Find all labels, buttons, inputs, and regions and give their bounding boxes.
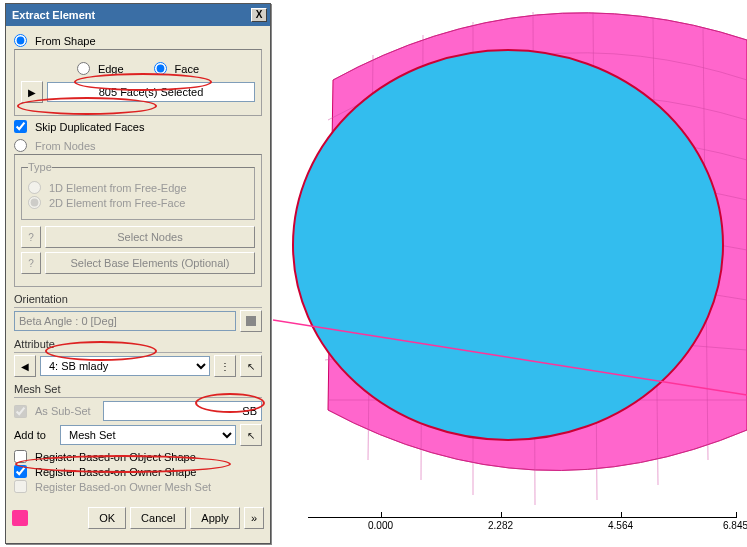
from-nodes-radio[interactable]: From Nodes — [14, 139, 262, 152]
tick-2: 4.564 — [608, 520, 633, 531]
ruler: 0.000 2.282 4.564 6.845 — [308, 517, 737, 537]
edge-label: Edge — [98, 63, 124, 75]
opt-1d-label: 1D Element from Free-Edge — [49, 182, 187, 194]
reg-mesh-input — [14, 480, 27, 493]
opt-2d-label: 2D Element from Free-Face — [49, 197, 185, 209]
meshset-name-field[interactable] — [103, 401, 262, 421]
from-nodes-radio-input[interactable] — [14, 139, 27, 152]
reg-object-input[interactable] — [14, 450, 27, 463]
model-render — [273, 0, 747, 520]
opt-1d-input — [28, 181, 41, 194]
edge-radio-input[interactable] — [77, 62, 90, 75]
as-subset-label: As Sub-Set — [35, 405, 91, 417]
orientation-button[interactable] — [240, 310, 262, 332]
edge-radio[interactable]: Edge — [77, 62, 124, 75]
opt-2d-radio: 2D Element from Free-Face — [28, 196, 248, 209]
more-button[interactable]: » — [244, 507, 264, 529]
add-to-label: Add to — [14, 429, 56, 441]
attribute-prev-button[interactable]: ◀ — [14, 355, 36, 377]
cursor-icon: ↖ — [247, 361, 255, 372]
help-icon: ? — [21, 226, 41, 248]
orientation-label: Orientation — [14, 293, 262, 308]
tick-0: 0.000 — [368, 520, 393, 531]
opt-1d-radio: 1D Element from Free-Edge — [28, 181, 248, 194]
select-base-button: Select Base Elements (Optional) — [45, 252, 255, 274]
attribute-label: Attribute — [14, 338, 262, 353]
extract-element-dialog: Extract Element X From Shape Edge Face — [5, 3, 271, 544]
skip-duplicated-input[interactable] — [14, 120, 27, 133]
ok-button[interactable]: OK — [88, 507, 126, 529]
reg-owner-input[interactable] — [14, 465, 27, 478]
square-icon — [246, 316, 256, 326]
add-to-pick-button[interactable]: ↖ — [240, 424, 262, 446]
add-to-combo[interactable]: Mesh Set — [60, 425, 236, 445]
as-subset-input — [14, 405, 27, 418]
from-shape-group: Edge Face ▶ — [14, 49, 262, 116]
titlebar[interactable]: Extract Element X — [6, 4, 270, 26]
opt-2d-input — [28, 196, 41, 209]
cancel-button[interactable]: Cancel — [130, 507, 186, 529]
attribute-pick-button[interactable]: ↖ — [240, 355, 262, 377]
skip-duplicated-label: Skip Duplicated Faces — [35, 121, 144, 133]
face-label: Face — [175, 63, 199, 75]
dots-icon: ⋮ — [220, 361, 230, 372]
orientation-field — [14, 311, 236, 331]
type-label: Type — [28, 161, 52, 173]
reg-mesh-label: Register Based-on Owner Mesh Set — [35, 481, 211, 493]
tick-3: 6.845 — [723, 520, 747, 531]
reg-object-label: Register Based-on Object Shape — [35, 451, 196, 463]
select-nodes-button: Select Nodes — [45, 226, 255, 248]
reg-owner-checkbox[interactable]: Register Based-on Owner Shape — [14, 465, 262, 478]
button-row: OK Cancel Apply » — [6, 501, 270, 535]
from-nodes-group: Type 1D Element from Free-Edge 2D Elemen… — [14, 154, 262, 287]
help-icon-2: ? — [21, 252, 41, 274]
reg-object-checkbox[interactable]: Register Based-on Object Shape — [14, 450, 262, 463]
selection-field[interactable] — [47, 82, 255, 102]
attribute-edit-button[interactable]: ⋮ — [214, 355, 236, 377]
skip-duplicated-checkbox[interactable]: Skip Duplicated Faces — [14, 120, 262, 133]
select-arrow-button[interactable]: ▶ — [21, 81, 43, 103]
face-radio[interactable]: Face — [154, 62, 199, 75]
reg-owner-label: Register Based-on Owner Shape — [35, 466, 196, 478]
reg-mesh-checkbox: Register Based-on Owner Mesh Set — [14, 480, 262, 493]
from-shape-radio[interactable]: From Shape — [14, 34, 262, 47]
face-radio-input[interactable] — [154, 62, 167, 75]
from-nodes-label: From Nodes — [35, 140, 96, 152]
tick-1: 2.282 — [488, 520, 513, 531]
cursor-icon-2: ↖ — [247, 430, 255, 441]
dialog-body: From Shape Edge Face ▶ S — [6, 26, 270, 501]
attribute-combo[interactable]: 4: SB mlady — [40, 356, 210, 376]
close-icon[interactable]: X — [251, 8, 267, 22]
as-subset-checkbox: As Sub-Set — [14, 405, 91, 418]
chevron-left-icon: ◀ — [21, 361, 29, 372]
apply-button[interactable]: Apply — [190, 507, 240, 529]
eraser-icon[interactable] — [12, 510, 28, 526]
type-group: Type 1D Element from Free-Edge 2D Elemen… — [21, 161, 255, 220]
arrow-right-icon: ▶ — [28, 87, 36, 98]
meshset-label: Mesh Set — [14, 383, 262, 398]
viewport-3d[interactable]: 0.000 2.282 4.564 6.845 — [273, 0, 747, 547]
dialog-title: Extract Element — [12, 9, 95, 21]
from-shape-radio-input[interactable] — [14, 34, 27, 47]
from-shape-label: From Shape — [35, 35, 96, 47]
